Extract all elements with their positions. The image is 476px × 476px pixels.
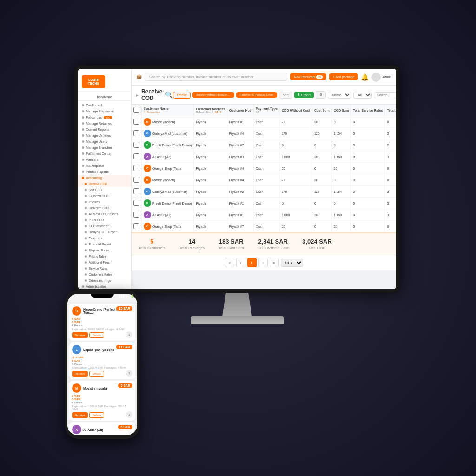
select-all-checkbox[interactable] — [132, 105, 142, 116]
per-page-select[interactable]: 10 ∨ — [281, 259, 303, 267]
sidebar-label: Delivered COD — [89, 206, 109, 210]
phone-details-btn[interactable]: Details — [89, 371, 104, 377]
phone-card[interactable]: M Mosab (mosab) 5 SAR 0 SAR 5 SAR 0 Poin… — [69, 381, 135, 421]
sidebar-item-financial-report[interactable]: Financial Report — [78, 241, 131, 247]
row-checkbox[interactable] — [132, 198, 142, 209]
sidebar-item-sort-cod[interactable]: Sort COD — [78, 187, 131, 193]
row-checkbox[interactable] — [132, 139, 142, 151]
sidebar-label: Pricing Table — [89, 255, 106, 258]
phone-app[interactable]: H HasenCreno (Perfect Fully by Trac...) … — [67, 302, 137, 435]
sidebar-item-invoices[interactable]: Invoices — [78, 199, 131, 205]
sidebar-item-marketplace[interactable]: Marketplace — [78, 163, 131, 169]
sidebar-item-partners[interactable]: Partners — [78, 157, 131, 163]
sidebar-item-manage-returned[interactable]: Manage Returned — [78, 120, 131, 126]
hub-cell: Riyadh #1 — [227, 209, 253, 221]
first-page-button[interactable]: « — [225, 258, 234, 267]
sidebar-item-printed-reports[interactable]: Printed Reports — [78, 169, 131, 175]
sidebar-item-all-mass-cod-reports[interactable]: All Mass COD reports — [78, 211, 131, 217]
table-row[interactable]: M Mosab (mosab) Riyadh Riyadh #4 Cash -3… — [132, 174, 396, 186]
add-package-button[interactable]: + Add package — [329, 73, 358, 80]
row-checkbox[interactable] — [132, 174, 142, 186]
pagination: « ‹ 1 › » 10 ∨ — [132, 255, 396, 270]
row-checkbox[interactable] — [132, 116, 142, 128]
row-checkbox[interactable] — [132, 163, 142, 174]
last-page-button[interactable]: » — [270, 258, 279, 267]
sidebar-item-pricing-table[interactable]: Pricing Table — [78, 253, 131, 259]
phone-card[interactable]: L Liquid_pan_ys zone 11 SAR -1.5 SAR 5 S… — [69, 342, 135, 379]
table-row[interactable]: P Preeti Demo (Preeti Demo) Riyadh Riyad… — [132, 198, 396, 209]
sidebar-item-follow-ups[interactable]: Follow-ups 600 — [78, 114, 131, 120]
sidebar-item-manage-vehicles[interactable]: Manage Vehicles — [78, 132, 131, 139]
sidebar-item-drivers-earnings[interactable]: Drivers earnings — [78, 278, 131, 284]
phone-details-btn[interactable]: Details — [89, 412, 104, 418]
sidebar-item-manage-shipments[interactable]: Manage Shipments — [78, 108, 131, 114]
sidebar-item-receive-cod[interactable]: Receive COD — [78, 181, 131, 187]
phone-receive-btn[interactable]: Receive — [72, 371, 88, 377]
export-button[interactable]: ⬇Export — [294, 92, 314, 98]
sidebar-item-manage-users[interactable]: Manage Users — [78, 139, 131, 145]
phone-card[interactable]: A Al-Asfar (Ali) 5 SAR 0 SAR 5 SAR 2 Poi… — [69, 422, 135, 435]
sidebar-item-delivered-cod[interactable]: Delivered COD — [78, 205, 131, 211]
table-container[interactable]: Customer Name ✏ Customize Customer Addre… — [132, 105, 396, 289]
sidebar-item-additional-fees[interactable]: Additional Fees — [78, 259, 131, 265]
name-filter-select[interactable]: Name — [328, 92, 351, 99]
sidebar-item-fulfillment-center[interactable]: Fulfillment Center — [78, 151, 131, 157]
new-requests-button[interactable]: New Requests 79 — [290, 73, 326, 80]
sidebar-dot — [85, 243, 87, 245]
sort-button[interactable]: Sort — [279, 92, 292, 99]
table-row[interactable]: A Ali Asfur (Ali) Riyadh Riyadh #1 Cash … — [132, 209, 396, 221]
phone-details-btn[interactable]: Details — [89, 332, 104, 338]
search-icon[interactable]: 🔍 — [165, 91, 173, 99]
table-row[interactable]: G Gaterya Mall (customer) Riyadh Riyadh … — [132, 128, 396, 139]
row-checkbox[interactable] — [132, 128, 142, 139]
sidebar-item-shipping-rates[interactable]: Shipping Rates — [78, 247, 131, 253]
customize-button[interactable]: ✏ Customize — [144, 110, 192, 113]
row-checkbox[interactable] — [132, 209, 142, 221]
table-row[interactable]: G Gaterya Mall (customer) Riyadh Riyadh … — [132, 186, 396, 198]
monitor-base — [191, 316, 284, 324]
row-checkbox[interactable] — [132, 221, 142, 232]
service-rates-cell: 0 — [351, 151, 385, 163]
freeze-button[interactable]: Freeze — [173, 92, 191, 99]
table-row[interactable]: P Preeti Demo (Preeti Demo) Riyadh Riyad… — [132, 139, 396, 151]
table-search-input[interactable] — [374, 92, 396, 98]
phone-card-meta: Expectation: 1368.4 SAR Packages: 4 SAR — [72, 366, 132, 369]
current-page-button[interactable]: 1 — [247, 258, 257, 267]
row-checkbox[interactable] — [132, 151, 142, 163]
sidebar-item-expenses[interactable]: Expenses — [78, 235, 131, 241]
all-filter-select[interactable]: All — [353, 92, 372, 99]
col-customer-name: Customer Name ✏ Customize — [142, 105, 194, 116]
sidebar-item-service-rates[interactable]: Service Rates — [78, 265, 131, 271]
sidebar-item-customers-rates[interactable]: Customers Rates — [78, 271, 131, 278]
sidebar-item-manage-branches[interactable]: Manage Branches — [78, 145, 131, 151]
table-row[interactable]: A Ali Asfur (Ali) Riyadh Riyadh #3 Cash … — [132, 151, 396, 163]
sidebar-item-administration[interactable]: Administration — [78, 284, 131, 289]
phone-card[interactable]: H HasenCreno (Perfect Fully by Trac...) … — [69, 304, 135, 341]
payment-cell: Cash — [254, 209, 280, 221]
table-row[interactable]: O Orange Shop (Test) Riyadh Riyadh #4 Ca… — [132, 163, 396, 174]
table-row[interactable]: M Mosab (mosab) Riyadh Riyadh #1 Cash -3… — [132, 116, 396, 128]
row-checkbox[interactable] — [132, 186, 142, 198]
address-cell: Riyadh — [194, 198, 227, 209]
next-page-button[interactable]: › — [258, 258, 268, 267]
phone-receive-btn[interactable]: Receive — [72, 332, 88, 338]
admin-avatar — [371, 73, 381, 82]
search-input[interactable]: Search by Tracking number, invoice numbe… — [145, 73, 287, 81]
sidebar-item-current-reports[interactable]: Current Reports — [78, 126, 131, 132]
receive-button[interactable]: Receive without Reloading Options — [192, 92, 234, 98]
table-row[interactable]: O Orange Shop (Test) Riyadh Riyadh #7 Ca… — [132, 221, 396, 232]
bell-icon[interactable]: 🔔 — [361, 73, 369, 81]
sidebar-item-accounting[interactable]: Accounting — [78, 175, 131, 181]
sidebar-item-delayed-cod-report[interactable]: Delayed COD Report — [78, 229, 131, 235]
sidebar-dot — [85, 183, 87, 185]
phone-status: ▌▌▌ 5G 🔋 — [119, 294, 134, 298]
sidebar-item-dashboard[interactable]: Dashboard — [78, 102, 131, 108]
filter-button[interactable]: ⚙ — [316, 91, 326, 99]
sidebar-item-in-car-cod[interactable]: In car COD — [78, 217, 131, 223]
sidebar-item-exported-cod[interactable]: Exported COD — [78, 193, 131, 199]
prev-page-button[interactable]: ‹ — [236, 258, 245, 267]
redeliver-button[interactable]: Redeliver & Package Driver — [236, 92, 277, 98]
phone-receive-btn[interactable]: Receive — [72, 412, 88, 418]
sidebar-item-cod-mismatch[interactable]: COD mismatch — [78, 223, 131, 229]
cod-without-cell: -38 — [279, 174, 312, 186]
